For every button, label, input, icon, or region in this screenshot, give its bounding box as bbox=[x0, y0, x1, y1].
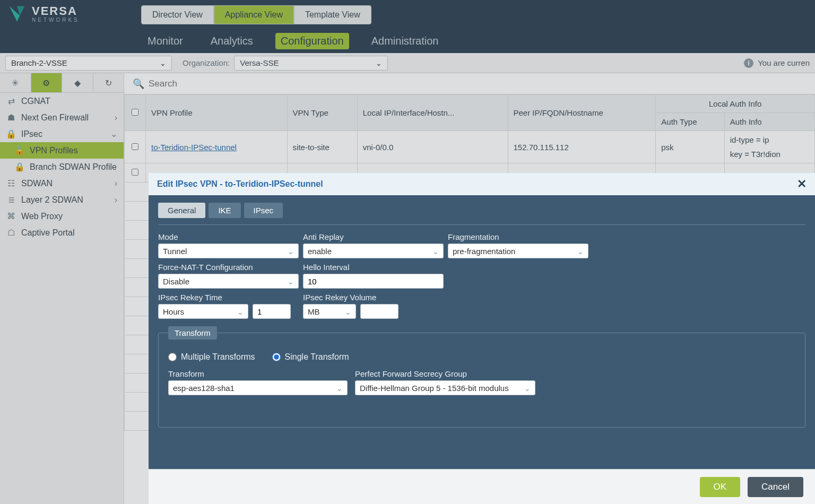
side-icon-cube[interactable]: ◆ bbox=[62, 73, 93, 92]
radio-single-transform-input[interactable] bbox=[272, 353, 281, 361]
fragmentation-select[interactable]: pre-fragmentation bbox=[448, 244, 588, 258]
auth-info-line: id-type = ip bbox=[730, 135, 809, 144]
label-rekey-time: IPsec Rekey Time bbox=[158, 293, 299, 302]
label-transform: Transform bbox=[168, 369, 348, 378]
cell-auth-info: id-type = ip key = T3r!dion bbox=[724, 131, 814, 163]
col-vpn-type: VPN Type bbox=[287, 95, 357, 131]
rekey-vol-value-wrap bbox=[360, 304, 398, 319]
radio-multiple-transforms[interactable]: Multiple Transforms bbox=[168, 352, 255, 362]
sidebar-item-cgnat[interactable]: ⇄ CGNAT bbox=[0, 93, 124, 109]
sidebar-item-label: Next Gen Firewall bbox=[21, 113, 89, 123]
header-checkbox[interactable] bbox=[125, 95, 146, 131]
close-icon[interactable]: ✕ bbox=[797, 177, 807, 191]
transform-select[interactable]: esp-aes128-sha1 bbox=[168, 380, 348, 395]
mode-select[interactable]: Tunnel bbox=[158, 244, 299, 258]
chevron-right-icon: › bbox=[115, 113, 117, 123]
appliance-select[interactable]: Branch-2-VSSE bbox=[5, 56, 172, 71]
tab-appliance-view[interactable]: Appliance View bbox=[214, 5, 294, 24]
sidebar-item-label: Branch SDWAN Profile bbox=[30, 162, 117, 172]
sidebar: ✳ ⚙ ◆ ↻ ⇄ CGNAT ☗ Next Gen Firewall › 🔒 … bbox=[0, 73, 124, 504]
col-auth-group: Local Auth Info bbox=[656, 95, 815, 113]
chevron-right-icon: › bbox=[115, 195, 117, 205]
label-rekey-vol: IPsec Rekey Volume bbox=[303, 293, 444, 302]
chevron-down-icon bbox=[376, 58, 382, 67]
layers-icon: ≣ bbox=[6, 195, 16, 205]
sidebar-item-vpn-profiles[interactable]: 🔒 VPN Profiles bbox=[0, 142, 124, 159]
ok-button[interactable]: OK bbox=[700, 477, 741, 497]
row-checkbox[interactable] bbox=[132, 169, 138, 176]
tab-monitor[interactable]: Monitor bbox=[142, 33, 188, 49]
sidebar-item-web-proxy[interactable]: ⌘ Web Proxy bbox=[0, 208, 124, 224]
side-icon-topology[interactable]: ✳ bbox=[0, 73, 31, 92]
sidebar-item-l2-sdwan[interactable]: ≣ Layer 2 SDWAN › bbox=[0, 192, 124, 208]
radio-label: Multiple Transforms bbox=[181, 352, 255, 362]
cell-vpn-type: site-to-site bbox=[287, 131, 357, 163]
sidebar-item-label: Captive Portal bbox=[21, 228, 75, 238]
force-nat-select[interactable]: Disable bbox=[158, 274, 299, 289]
col-peer: Peer IP/FQDN/Hostname bbox=[508, 95, 656, 131]
lock-icon: 🔒 bbox=[15, 162, 24, 172]
select-all-checkbox[interactable] bbox=[132, 109, 138, 116]
label-mode: Mode bbox=[158, 232, 299, 241]
globe-icon: ⌘ bbox=[6, 211, 16, 221]
lock-icon: 🔒 bbox=[15, 145, 24, 155]
sidebar-item-ipsec[interactable]: 🔒 IPsec ⌄ bbox=[0, 126, 124, 142]
radio-single-transform[interactable]: Single Transform bbox=[272, 352, 349, 362]
modal-tab-ike[interactable]: IKE bbox=[209, 203, 240, 218]
rekey-time-unit-select[interactable]: Hours bbox=[158, 304, 248, 319]
tab-director-view[interactable]: Director View bbox=[141, 5, 214, 24]
rekey-vol-value-input[interactable] bbox=[365, 307, 394, 316]
network-icon: ☷ bbox=[6, 178, 16, 188]
chevron-down-icon bbox=[524, 384, 531, 393]
sidebar-item-branch-sdwan-profile[interactable]: 🔒 Branch SDWAN Profile bbox=[0, 159, 124, 175]
info-text: You are curren bbox=[758, 58, 810, 67]
select-value: Disable bbox=[163, 277, 189, 286]
sidebar-item-captive-portal[interactable]: ☖ Captive Portal bbox=[0, 224, 124, 241]
chevron-right-icon: › bbox=[115, 179, 117, 188]
search-input[interactable] bbox=[149, 79, 811, 89]
brand-sub: NETWORKS bbox=[32, 17, 80, 23]
side-icon-settings[interactable]: ⚙ bbox=[31, 73, 63, 92]
tab-analytics[interactable]: Analytics bbox=[205, 33, 258, 49]
radio-multiple-transforms-input[interactable] bbox=[168, 353, 177, 361]
firewall-icon: ☗ bbox=[6, 112, 16, 123]
cell-peer: 152.70.115.112 bbox=[508, 131, 656, 163]
table-row[interactable]: to-Teridion-IPSec-tunnel site-to-site vn… bbox=[125, 131, 815, 163]
lock-icon: 🔒 bbox=[6, 129, 16, 139]
tab-template-view[interactable]: Template View bbox=[294, 5, 371, 24]
radio-label: Single Transform bbox=[285, 352, 349, 362]
modal-tab-general[interactable]: General bbox=[158, 203, 205, 218]
sidebar-item-sdwan[interactable]: ☷ SDWAN › bbox=[0, 175, 124, 192]
rekey-vol-unit-select[interactable]: MB bbox=[303, 304, 356, 319]
context-bar: Branch-2-VSSE Organization: Versa-SSE i … bbox=[0, 53, 815, 73]
chevron-down-icon bbox=[237, 307, 244, 316]
tab-administration[interactable]: Administration bbox=[366, 33, 444, 49]
pfs-select[interactable]: Diffie-Hellman Group 5 - 1536-bit modulu… bbox=[355, 380, 535, 395]
sidebar-item-label: Layer 2 SDWAN bbox=[21, 195, 83, 205]
cancel-button[interactable]: Cancel bbox=[748, 477, 803, 497]
sidebar-item-label: CGNAT bbox=[21, 97, 50, 106]
brand-name: VERSA bbox=[32, 5, 80, 17]
vpn-profile-link[interactable]: to-Teridion-IPSec-tunnel bbox=[151, 143, 237, 152]
org-select-value: Versa-SSE bbox=[240, 58, 279, 67]
cell-local: vni-0/0.0 bbox=[357, 131, 508, 163]
label-fragmentation: Fragmentation bbox=[448, 232, 588, 241]
hello-interval-input[interactable] bbox=[308, 277, 439, 286]
side-icon-sync[interactable]: ↻ bbox=[93, 73, 124, 92]
sidebar-item-ngfw[interactable]: ☗ Next Gen Firewall › bbox=[0, 109, 124, 126]
org-select[interactable]: Versa-SSE bbox=[234, 56, 388, 71]
appliance-select-value: Branch-2-VSSE bbox=[11, 58, 67, 67]
chevron-down-icon bbox=[336, 384, 343, 393]
anti-replay-select[interactable]: enable bbox=[303, 244, 444, 258]
row-checkbox[interactable] bbox=[132, 143, 138, 150]
brand-logo-icon bbox=[7, 4, 27, 23]
edit-ipsec-vpn-modal: Edit IPsec VPN - to-Teridion-IPSec-tunne… bbox=[149, 173, 815, 504]
modal-tab-ipsec[interactable]: IPsec bbox=[244, 203, 283, 218]
info-icon: i bbox=[744, 58, 753, 68]
tab-configuration[interactable]: Configuration bbox=[275, 33, 349, 49]
brand: VERSA NETWORKS bbox=[7, 4, 141, 23]
sidebar-item-label: IPsec bbox=[21, 129, 42, 139]
rekey-time-value-input[interactable] bbox=[257, 307, 286, 316]
select-value: esp-aes128-sha1 bbox=[173, 384, 235, 393]
transform-legend: Transform bbox=[168, 326, 217, 340]
